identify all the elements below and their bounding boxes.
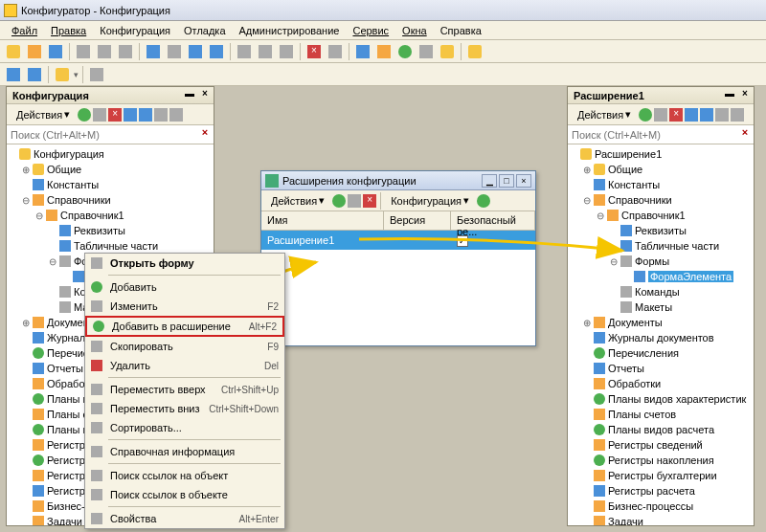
tb2-b[interactable] xyxy=(25,65,44,84)
edit-icon[interactable] xyxy=(654,108,667,122)
dialog-delete-icon[interactable]: × xyxy=(363,194,376,208)
checkbox-icon[interactable]: ✓ xyxy=(457,235,468,247)
menu-item[interactable]: УдалитьDel xyxy=(85,356,284,375)
menu-admin[interactable]: Администрирование xyxy=(234,23,346,38)
tb-print[interactable] xyxy=(144,42,163,61)
tree-item[interactable]: ⊖Справочники xyxy=(7,192,214,208)
menu-item[interactable]: СкопироватьF9 xyxy=(85,337,284,356)
sort-icon[interactable] xyxy=(715,108,729,122)
delete-icon[interactable]: × xyxy=(669,108,683,122)
menu-service[interactable]: Сервис xyxy=(347,23,394,38)
actions-dropdown[interactable]: Действия ▾ xyxy=(11,106,76,122)
add-icon[interactable] xyxy=(639,108,652,122)
tb-paste[interactable] xyxy=(116,42,135,61)
tree-item[interactable]: Отчеты xyxy=(568,361,754,376)
tb-btn-c[interactable] xyxy=(277,42,296,61)
minimize-button[interactable]: ▁ xyxy=(482,174,497,188)
toggle-icon[interactable]: ⊕ xyxy=(20,318,32,328)
delete-icon[interactable]: × xyxy=(108,108,122,122)
tree-item[interactable]: Планы видов расчета xyxy=(568,422,754,437)
filter-icon[interactable] xyxy=(731,108,744,122)
menu-edit[interactable]: Правка xyxy=(45,23,92,38)
tb2-run[interactable] xyxy=(53,65,72,84)
tree-item[interactable]: Команды xyxy=(568,284,754,299)
tree-item[interactable]: ⊖Справочник1 xyxy=(568,208,754,223)
tb-btn-b[interactable] xyxy=(256,42,275,61)
tree-item[interactable]: Регистры расчета xyxy=(568,483,754,499)
menu-item[interactable]: СвойстваAlt+Enter xyxy=(85,509,284,528)
tree-item[interactable]: Регистры сведений xyxy=(568,437,754,453)
tree-item[interactable]: Табличные части xyxy=(568,238,754,254)
pin-icon[interactable]: ▬ xyxy=(183,88,196,101)
toggle-icon[interactable]: ⊖ xyxy=(34,211,45,221)
dialog-actions-dropdown[interactable]: Действия ▾ xyxy=(265,192,330,209)
down-icon[interactable] xyxy=(700,108,713,122)
clear-search-icon[interactable]: × xyxy=(736,126,754,144)
tb-save[interactable] xyxy=(46,42,65,61)
dialog-titlebar[interactable]: Расширения конфигурации ▁ □ × xyxy=(261,171,535,190)
tree-item[interactable]: Планы видов характеристик xyxy=(568,391,754,407)
menu-item[interactable]: Поиск ссылок в объекте xyxy=(85,485,284,504)
tree-item[interactable]: Реквизиты xyxy=(7,223,214,238)
add-icon[interactable] xyxy=(78,108,91,122)
close-icon[interactable]: × xyxy=(738,88,752,101)
tree-item[interactable]: ⊖Справочник1 xyxy=(7,208,214,223)
tree-item[interactable]: Расширение1 xyxy=(568,146,754,162)
tree-item[interactable]: Константы xyxy=(7,177,214,192)
col-safe[interactable]: Безопасный ре... xyxy=(451,211,535,230)
tree-item[interactable]: Константы xyxy=(568,177,754,192)
menu-item[interactable]: Добавить в расширениеAlt+F2 xyxy=(85,316,284,337)
tree-item[interactable]: Макеты xyxy=(568,299,754,315)
search-input[interactable] xyxy=(7,127,196,143)
extension-tree[interactable]: Расширение1⊕ОбщиеКонстанты⊖Справочники⊖С… xyxy=(568,144,754,525)
menu-windows[interactable]: Окна xyxy=(396,23,433,38)
menu-help[interactable]: Справка xyxy=(435,23,487,38)
menu-item[interactable]: Сортировать... xyxy=(85,418,284,437)
close-button[interactable]: × xyxy=(516,174,531,188)
close-icon[interactable]: × xyxy=(198,88,212,101)
tree-item[interactable]: Журналы документов xyxy=(568,330,754,345)
col-version[interactable]: Версия xyxy=(384,211,451,230)
tb-copy[interactable] xyxy=(95,42,114,61)
tb-delete[interactable]: × xyxy=(304,42,324,61)
dialog-copy-icon[interactable] xyxy=(348,194,361,208)
tree-item[interactable]: ФормаЭлемента xyxy=(568,269,754,284)
dialog-refresh-icon[interactable] xyxy=(477,194,490,208)
tree-item[interactable]: Бизнес-процессы xyxy=(568,499,754,514)
tb-redo[interactable] xyxy=(207,42,226,61)
menu-file[interactable]: Файл xyxy=(6,23,43,38)
toggle-icon[interactable]: ⊕ xyxy=(581,318,593,328)
down-icon[interactable] xyxy=(139,108,152,122)
sort-icon[interactable] xyxy=(154,108,168,122)
tree-item[interactable]: Конфигурация xyxy=(7,146,214,162)
col-name[interactable]: Имя xyxy=(261,211,384,230)
toggle-icon[interactable]: ⊖ xyxy=(608,256,620,267)
menu-item[interactable]: Справочная информация xyxy=(85,442,284,461)
tree-item[interactable]: Задачи xyxy=(568,514,754,525)
tree-item[interactable]: Регистры бухгалтерии xyxy=(568,468,754,483)
tree-item[interactable]: Регистры накопления xyxy=(568,453,754,468)
menu-debug[interactable]: Отладка xyxy=(178,23,231,38)
tree-item[interactable]: ⊖Справочники xyxy=(568,192,754,208)
tree-item[interactable]: Реквизиты xyxy=(568,223,754,238)
tb-btn-a[interactable] xyxy=(235,42,254,61)
menu-item[interactable]: ИзменитьF2 xyxy=(85,297,284,316)
toggle-icon[interactable]: ⊕ xyxy=(581,165,593,175)
tb2-c[interactable] xyxy=(87,65,106,84)
toggle-icon[interactable]: ⊕ xyxy=(20,165,32,175)
menu-item[interactable]: Открыть форму xyxy=(85,254,284,273)
menu-item[interactable]: Поиск ссылок на объект xyxy=(85,466,284,485)
tree-item[interactable]: Табличные части xyxy=(7,238,214,254)
tb2-a[interactable] xyxy=(4,65,23,84)
tree-item[interactable]: ⊕Общие xyxy=(568,162,754,177)
toggle-icon[interactable]: ⊖ xyxy=(47,256,58,267)
search-input[interactable] xyxy=(568,127,736,143)
table-row[interactable]: Расширение1 ✓ xyxy=(261,231,535,250)
tb-find[interactable] xyxy=(165,42,184,61)
tb-open[interactable] xyxy=(25,42,44,61)
tree-item[interactable]: ⊕Документы xyxy=(568,315,754,330)
menu-item[interactable]: Добавить xyxy=(85,277,284,297)
tb-btn-d[interactable] xyxy=(326,42,345,61)
tb-btn-h[interactable] xyxy=(417,42,436,61)
toggle-icon[interactable]: ⊖ xyxy=(20,195,32,206)
